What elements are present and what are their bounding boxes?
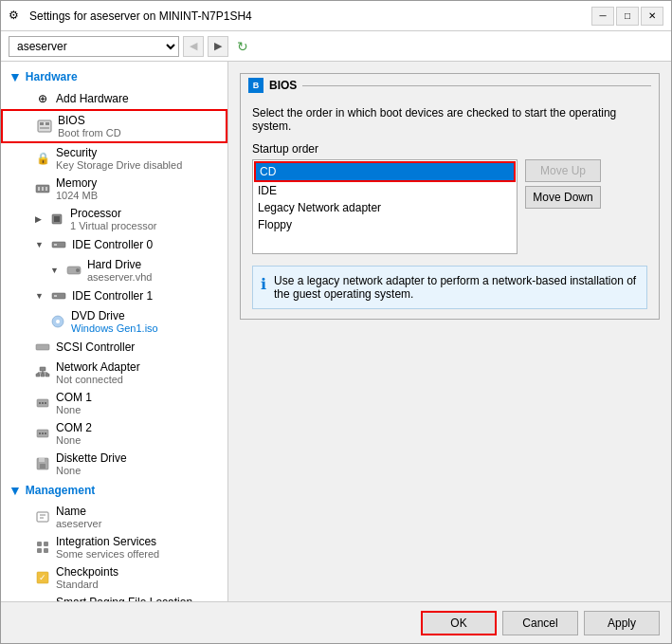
svg-rect-19 xyxy=(40,367,45,371)
sidebar-item-network-adapter[interactable]: Network Adapter Not connected xyxy=(1,358,227,388)
memory-sub-label: 1024 MB xyxy=(56,190,98,201)
sidebar-item-com2[interactable]: COM 2 None xyxy=(1,418,227,449)
com1-label: COM 1 xyxy=(56,391,92,404)
com1-text-group: COM 1 None xyxy=(56,391,92,415)
memory-label: Memory xyxy=(56,176,98,190)
toolbar: aseserver ◀ ▶ ↻ xyxy=(1,31,671,62)
integration-icon xyxy=(35,540,50,555)
ide0-icon xyxy=(51,237,66,252)
security-sub-label: Key Storage Drive disabled xyxy=(56,159,182,171)
svg-rect-9 xyxy=(54,216,60,222)
sidebar-item-checkpoints[interactable]: ✓ Checkpoints Standard xyxy=(1,562,227,593)
checkpoints-label: Checkpoints xyxy=(56,565,118,579)
sidebar-item-ide-controller-1[interactable]: ▼ IDE Controller 1 xyxy=(1,285,227,306)
processor-sub-label: 1 Virtual processor xyxy=(70,220,157,231)
main-content: ▼ Hardware ⊕ Add Hardware BIOS Boot from… xyxy=(1,62,671,601)
server-select[interactable]: aseserver xyxy=(9,36,179,57)
processor-expand-icon: ▶ xyxy=(35,214,42,224)
app-icon: ⚙ xyxy=(9,9,24,24)
svg-point-33 xyxy=(42,432,44,434)
forward-button[interactable]: ▶ xyxy=(208,36,228,57)
sidebar-item-processor[interactable]: ▶ Processor 1 Virtual processor xyxy=(1,204,227,234)
bios-label: BIOS xyxy=(58,114,121,127)
ide1-icon xyxy=(51,288,66,304)
svg-point-34 xyxy=(45,432,46,434)
startup-list[interactable]: CD IDE Legacy Network adapter Floppy xyxy=(252,159,518,254)
sidebar-item-add-hardware[interactable]: ⊕ Add Hardware xyxy=(1,88,227,109)
bios-header-line xyxy=(302,85,651,86)
startup-item-floppy[interactable]: Floppy xyxy=(254,216,516,233)
order-buttons: Move Up Move Down xyxy=(525,159,601,254)
svg-rect-3 xyxy=(40,127,49,129)
sidebar-item-integration-services[interactable]: Integration Services Some services offer… xyxy=(1,532,227,562)
network-text-group: Network Adapter Not connected xyxy=(56,360,140,385)
startup-order-container: CD IDE Legacy Network adapter Floppy Mov… xyxy=(252,159,647,254)
com1-icon xyxy=(35,396,50,411)
svg-text:✓: ✓ xyxy=(39,573,46,582)
title-bar-left: ⚙ Settings for aseserver on MININT-N7P1S… xyxy=(9,9,252,24)
bios-icon xyxy=(37,119,52,134)
sidebar: ▼ Hardware ⊕ Add Hardware BIOS Boot from… xyxy=(1,62,228,601)
info-text: Use a legacy network adapter to perform … xyxy=(274,274,639,301)
startup-item-legacy-network[interactable]: Legacy Network adapter xyxy=(254,199,516,216)
sidebar-item-scsi-controller[interactable]: SCSI Controller xyxy=(1,337,227,358)
move-up-button[interactable]: Move Up xyxy=(525,159,601,182)
scsi-controller-label: SCSI Controller xyxy=(56,340,135,354)
back-button[interactable]: ◀ xyxy=(183,36,204,57)
security-label: Security xyxy=(56,146,182,159)
ok-button[interactable]: OK xyxy=(421,611,497,635)
svg-rect-15 xyxy=(54,295,57,297)
ide1-expand-icon: ▼ xyxy=(35,291,44,301)
bios-panel-title: BIOS xyxy=(269,79,297,92)
bios-panel: B BIOS Select the order in which boot de… xyxy=(240,73,660,320)
hardware-section-header: ▼ Hardware xyxy=(1,65,227,88)
sidebar-item-diskette[interactable]: Diskette Drive None xyxy=(1,449,227,479)
close-button[interactable]: ✕ xyxy=(641,7,663,26)
add-hardware-icon: ⊕ xyxy=(35,91,50,106)
management-section-header: ▼ Management xyxy=(1,479,227,502)
integration-label: Integration Services xyxy=(56,535,159,548)
svg-rect-21 xyxy=(41,374,45,377)
sidebar-item-memory[interactable]: Memory 1024 MB xyxy=(1,174,227,204)
dvd-text-group: DVD Drive Windows Gen1.iso xyxy=(71,309,158,334)
sidebar-item-hard-drive[interactable]: ▼ Hard Drive aseserver.vhd xyxy=(1,255,227,285)
hard-drive-icon xyxy=(66,263,82,278)
bios-text-group: BIOS Boot from CD xyxy=(58,114,121,138)
move-down-button[interactable]: Move Down xyxy=(525,186,601,209)
hard-drive-label: Hard Drive xyxy=(87,258,152,271)
memory-icon xyxy=(35,181,50,196)
sidebar-item-com1[interactable]: COM 1 None xyxy=(1,388,227,418)
dvd-icon xyxy=(50,314,65,329)
hardware-expand-icon: ▼ xyxy=(9,69,22,84)
svg-rect-37 xyxy=(40,464,45,469)
refresh-button[interactable]: ↻ xyxy=(232,36,253,57)
svg-rect-6 xyxy=(42,187,44,191)
window-controls: ─ □ ✕ xyxy=(591,7,663,26)
checkpoints-sub-label: Standard xyxy=(56,579,118,590)
minimize-button[interactable]: ─ xyxy=(591,7,614,26)
cancel-button[interactable]: Cancel xyxy=(502,611,578,635)
diskette-sub-label: None xyxy=(56,465,127,476)
svg-rect-11 xyxy=(54,244,57,246)
svg-rect-22 xyxy=(45,374,49,377)
network-icon xyxy=(35,365,50,380)
processor-text-group: Processor 1 Virtual processor xyxy=(70,207,157,231)
maximize-button[interactable]: □ xyxy=(616,7,639,26)
sidebar-item-name[interactable]: Name aseserver xyxy=(1,502,227,532)
com2-label: COM 2 xyxy=(56,421,92,434)
scsi-icon xyxy=(35,340,50,355)
startup-item-cd[interactable]: CD xyxy=(254,161,516,182)
sidebar-item-bios[interactable]: BIOS Boot from CD xyxy=(1,109,227,143)
hdd-expand-icon: ▼ xyxy=(50,266,59,275)
management-expand-icon: ▼ xyxy=(9,483,22,498)
apply-button[interactable]: Apply xyxy=(584,611,660,635)
sidebar-item-security[interactable]: 🔒 Security Key Storage Drive disabled xyxy=(1,143,227,174)
dvd-drive-label: DVD Drive xyxy=(71,309,158,322)
sidebar-item-ide-controller-0[interactable]: ▼ IDE Controller 0 xyxy=(1,234,227,255)
hardware-label: Hardware xyxy=(26,70,78,83)
window-title: Settings for aseserver on MININT-N7P1SH4 xyxy=(29,9,252,23)
sidebar-item-smart-paging[interactable]: 📄 Smart Paging File Location C:\ProgramD… xyxy=(1,593,227,601)
svg-rect-7 xyxy=(45,187,47,191)
startup-item-ide[interactable]: IDE xyxy=(254,182,516,199)
sidebar-item-dvd-drive[interactable]: DVD Drive Windows Gen1.iso xyxy=(1,306,227,337)
